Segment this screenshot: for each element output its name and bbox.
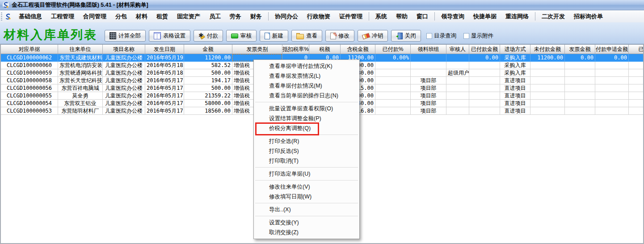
table-cell[interactable]: 东营长天世纪科技: [58, 77, 103, 84]
toolbar-grip-handle[interactable]: [1, 13, 2, 21]
menu-item-基础信息[interactable]: 基础信息: [14, 11, 46, 21]
table-cell[interactable]: [565, 62, 595, 69]
table-cell[interactable]: [375, 100, 411, 107]
menu-item-劳务[interactable]: 劳务: [225, 11, 246, 21]
table-cell[interactable]: 儿童医院办公楼: [103, 69, 145, 77]
header-cell-已[interactable]: 已: [629, 45, 644, 54]
table-cell[interactable]: 东营双王铝业: [58, 100, 103, 107]
context-menu-item-批量设置单据查看权限(O)[interactable]: 批量设置单据查看权限(O): [254, 104, 359, 114]
table-cell[interactable]: [375, 107, 411, 115]
header-cell-金额[interactable]: 金额: [184, 45, 232, 54]
table-cell[interactable]: [565, 69, 595, 77]
table-cell[interactable]: [565, 92, 595, 100]
button-查看[interactable]: 查看: [291, 30, 322, 42]
table-cell[interactable]: 2016年05月17日: [145, 107, 184, 115]
header-cell-付款申请金额[interactable]: 付款申请金额: [595, 45, 629, 54]
table-cell[interactable]: [595, 62, 629, 69]
table-cell[interactable]: CLCGD100000056: [1, 84, 58, 92]
header-cell-项目名称[interactable]: 项目名称: [103, 45, 145, 54]
title-bar[interactable]: 金石工程项目管理软件(网络集团版) 5.41 - [材料采购单]: [0, 0, 644, 10]
table-cell[interactable]: 东营晓通网络科技: [58, 69, 103, 77]
table-cell[interactable]: [469, 69, 500, 77]
table-cell[interactable]: [446, 84, 469, 92]
header-cell-含税金额[interactable]: 含税金额: [341, 45, 375, 54]
table-cell[interactable]: [375, 62, 411, 69]
table-cell[interactable]: 儿童医院办公楼: [103, 62, 145, 69]
button-审核[interactable]: 审核: [226, 30, 257, 42]
table-cell[interactable]: [446, 54, 469, 62]
table-cell[interactable]: 超级用户: [446, 69, 469, 77]
table-cell[interactable]: [530, 84, 565, 92]
checkbox-显示附件[interactable]: 显示附件: [463, 32, 493, 40]
table-cell[interactable]: 2016年05月19日: [145, 54, 184, 62]
context-menu-item-查看单据付款情况(M)[interactable]: 查看单据付款情况(M): [254, 81, 359, 91]
table-cell[interactable]: CLCGD100000054: [1, 100, 58, 107]
table-cell[interactable]: 采购入库: [500, 62, 530, 69]
table-cell[interactable]: 儿童医院办公楼: [103, 92, 145, 100]
table-cell[interactable]: [469, 92, 500, 100]
table-cell[interactable]: 0.00: [565, 54, 595, 62]
menu-item-帮助[interactable]: 帮助: [391, 11, 412, 21]
table-cell[interactable]: [469, 62, 500, 69]
menu-item-固定资产[interactable]: 固定资产: [173, 11, 205, 21]
table-cell[interactable]: 0.00%: [375, 54, 411, 62]
table-cell[interactable]: 儿童医院办公楼: [103, 77, 145, 84]
table-cell[interactable]: [565, 77, 595, 84]
button-关闭[interactable]: 关闭: [391, 30, 421, 42]
table-cell[interactable]: [530, 77, 565, 84]
context-menu-item-导出..(X)[interactable]: 导出..(X): [254, 205, 359, 215]
table-cell[interactable]: 2016年05月17日: [145, 84, 184, 92]
table-cell[interactable]: 2016年05月17日: [145, 92, 184, 100]
table-cell[interactable]: 0.00: [469, 54, 500, 62]
table-cell[interactable]: [375, 69, 411, 77]
table-cell[interactable]: 项目部: [411, 77, 446, 84]
button-表格设置[interactable]: 表格设置: [149, 30, 190, 42]
table-cell[interactable]: 2016年05月17日: [145, 100, 184, 107]
table-cell[interactable]: 194.17: [184, 77, 232, 84]
button-冲销[interactable]: 冲销: [358, 30, 388, 42]
menu-item-分包[interactable]: 分包: [111, 11, 131, 21]
menu-item-证件管理[interactable]: 证件管理: [335, 11, 367, 21]
table-cell[interactable]: [595, 92, 629, 100]
table-cell[interactable]: [629, 77, 644, 84]
table-cell[interactable]: [446, 92, 469, 100]
menu-item-协同办公[interactable]: 协同办公: [270, 11, 303, 21]
header-cell-发票类别[interactable]: 发票类别: [232, 45, 282, 54]
menu-item-员工[interactable]: 员工: [205, 11, 225, 21]
table-cell[interactable]: 11200.00: [184, 54, 232, 62]
table-cell[interactable]: [446, 62, 469, 69]
table-cell[interactable]: [629, 107, 644, 115]
header-cell-未付款金额[interactable]: 未付款金额: [530, 45, 565, 54]
menu-item-合同管理[interactable]: 合同管理: [79, 11, 111, 21]
table-cell[interactable]: [629, 62, 644, 69]
header-cell-发生日期[interactable]: 发生日期: [145, 45, 184, 54]
menu-item-材料[interactable]: 材料: [131, 11, 152, 21]
table-cell[interactable]: [565, 84, 595, 92]
table-cell[interactable]: 东营陆羽材料厂: [58, 107, 103, 115]
table-cell[interactable]: [595, 100, 629, 107]
context-menu-item-打印取消(T)[interactable]: 打印取消(T): [254, 156, 359, 166]
header-cell-抵扣税率%[interactable]: 抵扣税率%: [282, 45, 309, 54]
menu-item-租赁[interactable]: 租赁: [152, 11, 173, 21]
context-menu-item-打印选定单据(U)[interactable]: 打印选定单据(U): [254, 169, 359, 179]
menu-item-快捷单据[interactable]: 快捷单据: [469, 11, 501, 21]
table-cell[interactable]: 采购入库: [500, 54, 530, 62]
table-cell[interactable]: [469, 107, 500, 115]
checkbox-目录查询[interactable]: 目录查询: [426, 32, 456, 40]
table-cell[interactable]: 2016年05月18日: [145, 62, 184, 69]
table-cell[interactable]: [446, 100, 469, 107]
table-cell[interactable]: 21359.22: [184, 92, 232, 100]
table-cell[interactable]: [469, 77, 500, 84]
table-cell[interactable]: CLCGD100000059: [1, 69, 58, 77]
table-cell[interactable]: 儿童医院办公楼: [103, 54, 145, 62]
table-cell[interactable]: CLCGD100000058: [1, 77, 58, 84]
table-cell[interactable]: [411, 62, 446, 69]
button-计算全部[interactable]: 计算全部: [105, 30, 146, 42]
menu-item-重连网络[interactable]: 重连网络: [501, 11, 533, 21]
table-cell[interactable]: CLCGD100000062: [1, 54, 58, 62]
context-menu-item-打印反选(S)[interactable]: 打印反选(S): [254, 146, 359, 156]
table-cell[interactable]: 项目部: [411, 107, 446, 115]
context-menu-item-查看单据申请付款情况(K)[interactable]: 查看单据申请付款情况(K): [254, 61, 359, 71]
table-cell[interactable]: 18560.00: [184, 107, 232, 115]
table-cell[interactable]: 莫全勇: [58, 92, 103, 100]
